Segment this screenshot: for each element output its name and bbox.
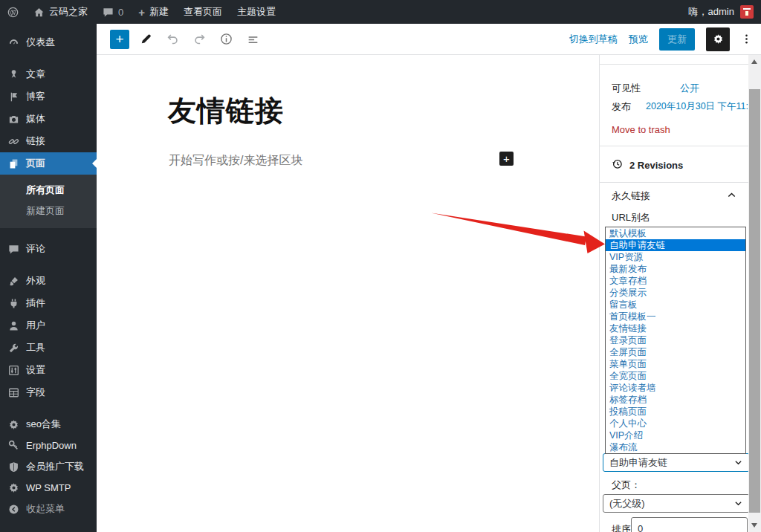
user-greeting[interactable]: 嗨，admin — [689, 5, 734, 19]
template-option-selected[interactable]: 自助申请友链 — [606, 239, 745, 251]
move-to-trash-link[interactable]: Move to trash — [612, 124, 670, 135]
avatar[interactable] — [740, 5, 754, 19]
template-option[interactable]: 评论读者墙 — [606, 382, 745, 394]
flag-icon — [8, 91, 19, 103]
divider — [600, 146, 748, 146]
collapse-icon — [8, 504, 19, 515]
template-option[interactable]: 登录页面 — [606, 334, 745, 346]
visibility-value[interactable]: 公开 — [680, 82, 699, 95]
sidebar-item-label: 页面 — [26, 157, 45, 170]
wordpress-logo-icon — [7, 7, 19, 18]
order-input[interactable] — [631, 517, 748, 532]
sidebar-item-appearance[interactable]: 外观 — [0, 270, 97, 292]
dashboard-icon — [8, 37, 19, 48]
revisions-clock-icon — [612, 158, 623, 169]
comments-link[interactable]: 0 — [95, 0, 131, 24]
sidebar-item-posts[interactable]: 文章 — [0, 63, 97, 85]
template-option[interactable]: 标签存档 — [606, 394, 745, 406]
sidebar-item-pages[interactable]: 页面 — [0, 152, 97, 175]
admin-menu: 仪表盘 文章 博客 媒体 链接 页面 所有页面 新建页面 评论 外观 插件 用户 — [0, 24, 97, 532]
redo-icon[interactable] — [193, 33, 206, 45]
template-option[interactable]: 文章存档 — [606, 275, 745, 287]
scrollbar-thumb[interactable] — [749, 89, 760, 513]
sidebar-item-settings[interactable]: 设置 — [0, 359, 97, 381]
sidebar-item-wp-smtp[interactable]: WP SMTP — [0, 478, 97, 498]
list-view-icon[interactable] — [247, 33, 259, 45]
sidebar-item-label: ErphpDown — [26, 440, 77, 451]
vertical-scrollbar[interactable] — [748, 55, 761, 532]
template-option[interactable]: 分类展示 — [606, 287, 745, 299]
sidebar-item-erphpdown[interactable]: ErphpDown — [0, 435, 97, 455]
theme-settings-link[interactable]: 主题设置 — [230, 0, 283, 24]
submenu-new-page[interactable]: 新建页面 — [0, 201, 97, 221]
sidebar-item-member-download[interactable]: 会员推广下载 — [0, 455, 97, 478]
preview-button[interactable]: 预览 — [629, 33, 648, 46]
sliders-icon — [8, 365, 19, 376]
parent-page-select[interactable]: (无父级) — [603, 494, 750, 513]
new-content-menu[interactable]: + 新建 — [131, 0, 176, 24]
sidebar-item-label: 评论 — [26, 242, 45, 256]
block-append-button[interactable]: + — [499, 152, 514, 166]
template-option[interactable]: 最新发布 — [606, 263, 745, 275]
sidebar-item-dashboard[interactable]: 仪表盘 — [0, 31, 97, 53]
plus-icon: + — [503, 153, 510, 164]
template-option[interactable]: 菜单页面 — [606, 358, 745, 370]
visibility-label: 可见性 — [612, 82, 641, 95]
sidebar-item-blog[interactable]: 博客 — [0, 85, 97, 108]
scroll-down-arrow[interactable] — [751, 523, 757, 528]
settings-toggle-button[interactable] — [706, 27, 730, 51]
revisions-link[interactable]: 2 Revisions — [629, 160, 683, 171]
sidebar-item-users[interactable]: 用户 — [0, 314, 97, 337]
pin-icon — [8, 69, 19, 80]
view-page-label: 查看页面 — [184, 5, 222, 19]
undo-icon[interactable] — [166, 33, 179, 45]
template-option[interactable]: 全屏页面 — [606, 346, 745, 358]
site-name-link[interactable]: 云码之家 — [26, 0, 95, 24]
sidebar-item-media[interactable]: 媒体 — [0, 108, 97, 130]
plus-icon: + — [115, 32, 123, 46]
publish-date[interactable]: 2020年10月30日 下午11:23 — [646, 100, 759, 113]
block-inserter-button[interactable]: + — [110, 30, 129, 49]
sidebar-item-tools[interactable]: 工具 — [0, 337, 97, 359]
scroll-up-arrow[interactable] — [751, 59, 757, 64]
wordpress-logo-menu[interactable] — [0, 0, 26, 24]
template-option[interactable]: 友情链接 — [606, 322, 745, 334]
page-title[interactable]: 友情链接 — [168, 92, 284, 130]
sidebar-item-fields[interactable]: 字段 — [0, 381, 97, 403]
comment-count: 0 — [118, 7, 123, 18]
template-option[interactable]: 留言板 — [606, 299, 745, 311]
media-icon — [8, 114, 19, 125]
chevron-up-icon[interactable] — [726, 189, 737, 201]
template-option[interactable]: VIP介绍 — [606, 429, 745, 441]
template-select[interactable]: 自助申请友链 — [603, 453, 750, 472]
submenu-all-pages[interactable]: 所有页面 — [0, 180, 97, 201]
details-info-icon[interactable] — [220, 33, 233, 45]
sidebar-item-comments[interactable]: 评论 — [0, 238, 97, 260]
gear-icon — [713, 33, 724, 45]
edit-tool-icon[interactable] — [140, 33, 152, 45]
sidebar-item-label: 文章 — [26, 68, 45, 81]
sidebar-item-collapse-menu[interactable]: 收起菜单 — [0, 498, 97, 520]
editor-header: + 切换到草稿 预览 更新 — [97, 24, 761, 55]
sidebar-item-seo[interactable]: seo合集 — [0, 413, 97, 435]
view-page-link[interactable]: 查看页面 — [176, 0, 230, 24]
switch-to-draft-button[interactable]: 切换到草稿 — [569, 33, 618, 46]
plus-icon: + — [138, 7, 145, 18]
template-option[interactable]: VIP资源 — [606, 251, 745, 263]
template-option[interactable]: 默认模板 — [606, 227, 745, 239]
sidebar-item-label: 用户 — [26, 319, 45, 332]
template-option[interactable]: 投稿页面 — [606, 406, 745, 418]
body-placeholder[interactable]: 开始写作或按/来选择区块 — [169, 153, 302, 169]
template-option[interactable]: 个人中心 — [606, 418, 745, 429]
brush-icon — [8, 276, 19, 287]
template-option[interactable]: 全宽页面 — [606, 370, 745, 382]
sidebar-item-plugins[interactable]: 插件 — [0, 292, 97, 314]
sidebar-item-links[interactable]: 链接 — [0, 130, 97, 152]
update-button[interactable]: 更新 — [659, 28, 695, 51]
template-option[interactable]: 首页模板一 — [606, 311, 745, 322]
permalink-panel-title[interactable]: 永久链接 — [612, 189, 650, 203]
more-options-button[interactable] — [741, 33, 752, 45]
sidebar-item-label: 工具 — [26, 341, 45, 354]
template-option[interactable]: 瀑布流 — [606, 441, 745, 453]
link-icon — [8, 136, 19, 147]
